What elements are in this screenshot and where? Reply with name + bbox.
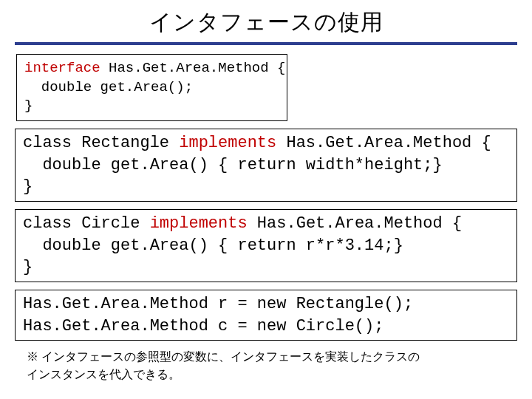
code-box-circle: class Circle implements Has.Get.Area.Met…: [15, 209, 517, 282]
code-box-interface: interface Has.Get.Area.Method { double g…: [16, 54, 287, 121]
code-text: Has.Get.Area.Method {: [276, 134, 491, 152]
footnote-line: ※ インタフェースの参照型の変数に、インタフェースを実装したクラスの: [27, 350, 420, 363]
code-text: }: [23, 258, 33, 276]
code-box-rectangle: class Rectangle implements Has.Get.Area.…: [15, 129, 517, 202]
code-text: }: [23, 177, 33, 196]
code-box-usage: Has.Get.Area.Method r = new Rectangle();…: [15, 290, 517, 341]
code-text: double get.Area();: [24, 79, 193, 95]
code-text: Has.Get.Area.Method {: [100, 60, 286, 76]
code-text: class Circle: [23, 214, 150, 233]
title-underline: [15, 42, 517, 45]
code-text: Has.Get.Area.Method {: [248, 214, 462, 233]
code-text: Has.Get.Area.Method r = new Rectangle();: [23, 295, 413, 313]
code-text: class Rectangle: [23, 134, 179, 152]
code-text: double get.Area() { return r*r*3.14;}: [23, 236, 403, 255]
footnote: ※ インタフェースの参照型の変数に、インタフェースを実装したクラスの インスタン…: [15, 348, 517, 383]
slide-title: インタフェースの使用: [15, 7, 517, 38]
keyword-implements: implements: [150, 214, 248, 233]
keyword-implements: implements: [179, 134, 276, 152]
code-text: }: [24, 98, 33, 114]
code-text: Has.Get.Area.Method c = new Circle();: [23, 317, 383, 335]
footnote-line: インスタンスを代入できる。: [27, 368, 180, 381]
keyword-interface: interface: [24, 60, 100, 76]
code-text: double get.Area() { return width*height;…: [23, 156, 443, 174]
